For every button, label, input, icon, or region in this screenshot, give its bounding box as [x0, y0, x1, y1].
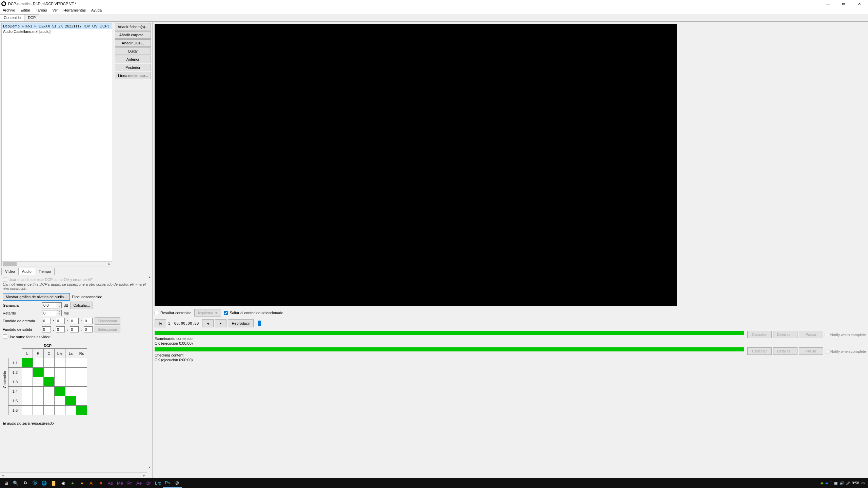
- close-button[interactable]: ✕: [852, 0, 867, 7]
- tab-video[interactable]: Vídeo: [1, 268, 19, 275]
- app-icon-8[interactable]: Ae: [134, 478, 144, 488]
- matrix-cell[interactable]: [65, 396, 76, 406]
- tray-clock[interactable]: 9:58: [852, 481, 859, 485]
- system-tray[interactable]: ◆ ▰ ˄ ▦ 🔊 🖉 9:58 ▭: [821, 481, 867, 485]
- tray-notifications-icon[interactable]: ▭: [861, 481, 865, 485]
- matrix-cell[interactable]: [33, 406, 44, 415]
- preview-viewport[interactable]: [155, 24, 677, 306]
- edge-icon[interactable]: ⓔ: [30, 478, 39, 488]
- matrix-cell[interactable]: [44, 358, 55, 368]
- matrix-cell[interactable]: [33, 387, 44, 396]
- matrix-cell[interactable]: [76, 377, 87, 387]
- calculate-button[interactable]: Calcular...: [70, 302, 93, 309]
- matrix-cell[interactable]: [33, 358, 44, 368]
- app-icon-2[interactable]: ●: [77, 478, 87, 488]
- menu-editar[interactable]: Editar: [18, 7, 33, 14]
- matrix-cell[interactable]: [65, 387, 76, 396]
- job-notify-check[interactable]: Notify when complete: [825, 349, 866, 353]
- timeline-slider[interactable]: [258, 322, 866, 324]
- matrix-cell[interactable]: [65, 406, 76, 415]
- add-file-button[interactable]: Añadir fichero(s)...: [115, 23, 151, 30]
- matrix-cell[interactable]: [55, 406, 65, 415]
- matrix-cell[interactable]: [55, 387, 65, 396]
- app-icon-7[interactable]: Pr: [125, 478, 134, 488]
- matrix-cell[interactable]: [55, 358, 65, 368]
- go-start-button[interactable]: |◂: [155, 319, 166, 327]
- fade-out-h[interactable]: [42, 326, 51, 332]
- fade-out-s[interactable]: [70, 326, 79, 332]
- add-folder-button[interactable]: Añadir carpeta...: [115, 31, 151, 39]
- matrix-cell[interactable]: [65, 377, 76, 387]
- matrix-cell[interactable]: [44, 377, 55, 387]
- menu-archivo[interactable]: Archivo: [0, 7, 18, 14]
- matrix-cell[interactable]: [22, 377, 33, 387]
- matrix-cell[interactable]: [33, 368, 44, 377]
- app-icon-11[interactable]: Ps: [163, 478, 172, 488]
- matrix-cell[interactable]: [65, 368, 76, 377]
- play-button[interactable]: Reproducir: [228, 319, 254, 327]
- app-icon-5[interactable]: Au: [106, 478, 115, 488]
- matrix-cell[interactable]: [76, 396, 87, 406]
- gain-input[interactable]: [42, 303, 57, 308]
- taskview-icon[interactable]: ⧉: [20, 478, 30, 488]
- jump-content-check[interactable]: Saltar al contenido seleccionado: [224, 311, 283, 315]
- tray-shield-icon[interactable]: ▰: [825, 481, 828, 485]
- content-item[interactable]: Audio Castellano.mxf [audio]: [2, 29, 112, 34]
- dcpomatic-taskbar-icon[interactable]: ◎: [172, 478, 182, 488]
- app-icon-10[interactable]: Lrc: [153, 478, 163, 488]
- gain-spinner[interactable]: ▲▼: [42, 302, 62, 308]
- maximize-button[interactable]: ▭: [836, 0, 851, 7]
- same-fades-checkbox[interactable]: [3, 334, 7, 339]
- matrix-cell[interactable]: [76, 368, 87, 377]
- fade-out-f[interactable]: [84, 326, 93, 332]
- tray-volume-icon[interactable]: 🔊: [840, 481, 844, 485]
- earlier-button[interactable]: Anterior: [115, 56, 151, 63]
- tray-chevron-icon[interactable]: ˄: [830, 481, 832, 485]
- same-fades-check[interactable]: Use same fades as video: [3, 334, 150, 339]
- matrix-cell[interactable]: [65, 358, 76, 368]
- fade-in-f[interactable]: [84, 318, 93, 324]
- taskbar[interactable]: ⊞ 🔍 ⧉ ⓔ 🌐 ▇ ◉ ● ● Ai ■ Au Me Pr Ae Br Lr…: [0, 478, 868, 488]
- channel-matrix[interactable]: LRCLfeLsRs1:11:21:31:41:51:6: [8, 348, 87, 415]
- add-dcp-button[interactable]: Añadir DCP...: [115, 39, 151, 47]
- job-notify-check[interactable]: Notify when complete: [825, 333, 866, 337]
- content-item[interactable]: DcpDemo_FTR-1_F_DE-XX_51_2K_20221117_IOP…: [2, 23, 112, 29]
- matrix-cell[interactable]: [76, 358, 87, 368]
- chrome-icon[interactable]: ◉: [58, 478, 68, 488]
- matrix-cell[interactable]: [76, 387, 87, 396]
- explorer-icon[interactable]: ▇: [49, 478, 58, 488]
- fade-in-m[interactable]: [56, 318, 65, 324]
- matrix-cell[interactable]: [55, 396, 65, 406]
- tray-nvidia-icon[interactable]: ◆: [821, 481, 823, 485]
- matrix-cell[interactable]: [33, 377, 44, 387]
- minimize-button[interactable]: —: [821, 0, 835, 7]
- matrix-cell[interactable]: [76, 406, 87, 415]
- fade-out-m[interactable]: [56, 326, 65, 332]
- later-button[interactable]: Posterior: [115, 64, 151, 71]
- matrix-cell[interactable]: [44, 368, 55, 377]
- tab-contenido[interactable]: Contenido: [0, 14, 24, 21]
- matrix-cell[interactable]: [22, 406, 33, 415]
- search-icon[interactable]: 🔍: [11, 478, 20, 488]
- matrix-cell[interactable]: [44, 406, 55, 415]
- app-icon-6[interactable]: Me: [115, 478, 125, 488]
- show-levels-button[interactable]: Mostrar gráfico de niveles de audio...: [3, 293, 70, 301]
- tab-audio[interactable]: Audio: [18, 268, 35, 275]
- app-icon-3[interactable]: Ai: [87, 478, 96, 488]
- audio-panel-vscroll[interactable]: ▴▾: [147, 275, 152, 471]
- start-button[interactable]: ⊞: [1, 478, 11, 488]
- content-list[interactable]: DcpDemo_FTR-1_F_DE-XX_51_2K_20221117_IOP…: [1, 23, 112, 266]
- matrix-cell[interactable]: [22, 358, 33, 368]
- step-back-button[interactable]: ◂: [202, 319, 214, 327]
- use-dcp-audio-check[interactable]: Usar el audio de este DCP como OV y crea…: [3, 277, 150, 282]
- menu-ver[interactable]: Ver: [50, 7, 61, 14]
- audio-panel-hscroll[interactable]: ◂▸: [0, 472, 147, 478]
- matrix-cell[interactable]: [33, 396, 44, 406]
- matrix-cell[interactable]: [22, 396, 33, 406]
- tray-lang-icon[interactable]: 🖉: [846, 481, 850, 485]
- matrix-cell[interactable]: [55, 368, 65, 377]
- menu-herramientas[interactable]: Herramientas: [61, 7, 88, 14]
- browser-icon[interactable]: 🌐: [39, 478, 49, 488]
- fade-in-s[interactable]: [70, 318, 79, 324]
- content-list-hscroll[interactable]: ▸: [2, 261, 112, 266]
